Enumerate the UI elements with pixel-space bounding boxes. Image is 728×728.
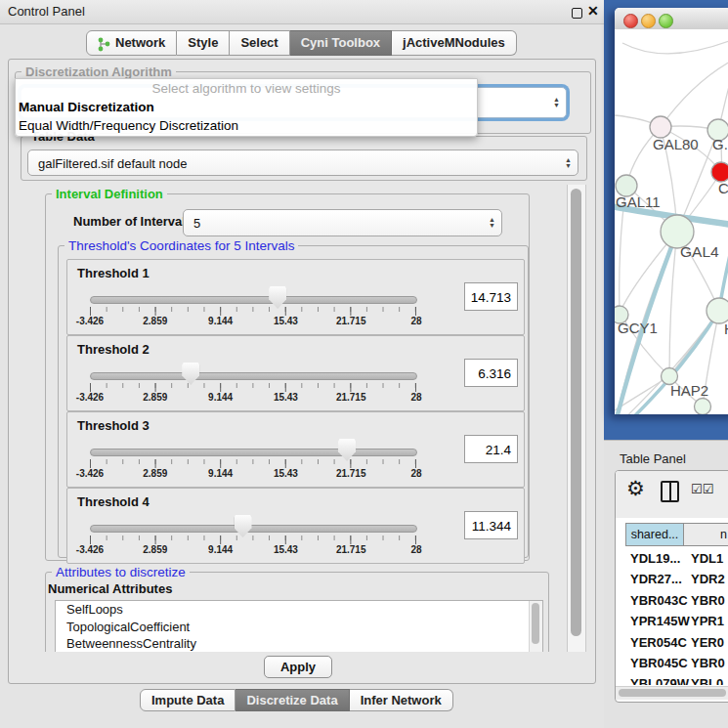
tab-select[interactable]: Select [230, 30, 289, 56]
threshold-1-tick-labels: -3.426 2.859 9.144 15.43 21.715 28 [90, 316, 416, 328]
zoom-traffic-light-icon[interactable] [659, 14, 673, 28]
table-row[interactable]: YDR27...YDR2 [625, 569, 728, 589]
panel-title: Control Panel [8, 4, 85, 19]
column-header-shared-name[interactable]: shared... [625, 523, 684, 546]
threshold-1-ticks [90, 307, 416, 316]
cell: YBL0 [691, 673, 723, 685]
tick-label: 21.715 [336, 468, 366, 479]
tab-infer-label: Infer Network [361, 690, 442, 710]
tab-select-label: Select [240, 31, 278, 55]
threshold-1-label: Threshold 1 [77, 266, 150, 280]
horizontal-scrollbar-thumb[interactable] [619, 689, 726, 697]
tab-impute-data[interactable]: Impute Data [140, 689, 236, 711]
table-row[interactable]: YBL079WYBL0 [625, 673, 728, 685]
tick-label: 2.859 [143, 316, 167, 326]
float-window-icon[interactable] [572, 8, 582, 19]
cell: YBR0 [691, 590, 725, 611]
select-columns-icons[interactable]: ☑☑ [691, 482, 713, 496]
tab-discretize-data[interactable]: Discretize Data [236, 689, 349, 711]
threshold-3-value-field[interactable]: 21.4 [464, 435, 518, 463]
table-row[interactable]: YBR045CYBR0 [625, 653, 728, 673]
minimize-traffic-light-icon[interactable] [641, 14, 656, 28]
network-icon [98, 36, 110, 51]
columns-icon[interactable] [661, 481, 679, 502]
table-data-combo[interactable]: galFiltered.sif default node ▲▼ [27, 150, 578, 176]
threshold-coordinates-title: Threshold's Coordinates for 5 Intervals [64, 238, 298, 253]
dropdown-hint-item[interactable]: Select algorithm to view settings [16, 79, 477, 98]
tick-label: 15.43 [274, 468, 298, 479]
tab-impute-label: Impute Data [151, 690, 224, 710]
threshold-4-label: Threshold 4 [77, 494, 150, 509]
combo-arrows-icon: ▲▼ [553, 97, 560, 108]
threshold-1-value-field[interactable]: 14.713 [464, 282, 518, 311]
cyni-content-frame: Discretization Algorithm ▲▼ Select algor… [8, 59, 596, 684]
threshold-2-value-field[interactable]: 6.316 [464, 359, 518, 387]
close-traffic-light-icon[interactable] [623, 14, 638, 28]
tab-cyni-toolbox[interactable]: Cyni Toolbox [290, 30, 392, 56]
bottom-tab-bar: Impute Data Discretize Data Infer Networ… [140, 689, 453, 709]
table-row[interactable]: YBR043CYBR0 [625, 590, 728, 611]
threshold-2-slider-track[interactable] [90, 372, 417, 380]
dropdown-item-equal-width[interactable]: Equal Width/Frequency Discretization [16, 116, 477, 135]
list-item-betweennesscentrality[interactable]: BetweennessCentrality [56, 635, 542, 653]
threshold-3-slider-thumb[interactable] [338, 439, 356, 461]
list-item-topologicalcoefficient[interactable]: TopologicalCoefficient [56, 619, 542, 636]
interval-definition-group: Interval Definition Number of Intervals … [45, 193, 530, 561]
network-window-titlebar[interactable] [615, 8, 728, 30]
threshold-3-label: Threshold 3 [77, 418, 150, 433]
table-row[interactable]: YER054CYER0 [625, 632, 728, 653]
list-item-selfloops[interactable]: SelfLoops [56, 601, 542, 619]
threshold-1-slider-track[interactable] [90, 296, 417, 304]
threshold-4-panel: Threshold 4 -3.426 2.859 9.144 15.43 21.… [66, 488, 525, 564]
table-panel-title: Table Panel [620, 451, 686, 466]
cell: YBR045C [625, 653, 691, 673]
cell: YBR043C [625, 590, 691, 611]
close-icon[interactable]: ✕ [587, 3, 599, 19]
tick-label: 28 [410, 316, 421, 326]
table-body[interactable]: YDL19...YDL1 YDR27...YDR2 YBR043CYBR0 YP… [625, 548, 728, 685]
tick-label: 2.859 [143, 392, 167, 403]
cell: YBL079W [625, 673, 691, 685]
table-row[interactable]: YPR145WYPR1 [625, 611, 728, 631]
tick-label: 9.144 [208, 468, 233, 479]
horizontal-scrollbar[interactable] [616, 686, 728, 700]
node-gal80[interactable] [650, 116, 671, 138]
tick-label: -3.426 [76, 468, 104, 479]
threshold-4-slider-thumb[interactable] [235, 515, 252, 537]
network-canvas[interactable]: GAL80 G. C GAL11 GAL4 GCY1 H HAP2 [615, 29, 728, 414]
threshold-3-slider-track[interactable] [90, 449, 417, 456]
column-header-name[interactable]: n [684, 523, 728, 546]
control-panel-titlebar: Control Panel ✕ [0, 0, 604, 24]
list-scrollbar[interactable] [529, 601, 542, 652]
threshold-3-ticks [90, 459, 416, 468]
threshold-4-value-field[interactable]: 11.344 [464, 511, 518, 539]
node-label-gcy1: GCY1 [618, 320, 658, 336]
vertical-scrollbar[interactable] [567, 185, 586, 652]
tab-infer-network[interactable]: Infer Network [350, 689, 453, 711]
threshold-4-slider-track[interactable] [90, 525, 417, 533]
cell: YPR145W [625, 611, 691, 631]
number-of-intervals-spinner[interactable]: 5 ▲▼ [183, 209, 502, 236]
tick-label: -3.426 [76, 544, 104, 555]
dropdown-item-manual-discretization[interactable]: Manual Discretization [16, 98, 477, 116]
node-red-selected[interactable] [711, 162, 728, 182]
node-bottom[interactable] [695, 399, 711, 415]
tab-style[interactable]: Style [177, 30, 230, 56]
interval-definition-title: Interval Definition [52, 187, 167, 201]
tab-jactivemnodules[interactable]: jActiveMNodules [392, 30, 517, 56]
threshold-2-slider-thumb[interactable] [182, 363, 199, 385]
tab-network[interactable]: Network [86, 30, 177, 56]
gear-icon[interactable]: ⚙ [626, 477, 645, 500]
node-label-gal11: GAL11 [616, 193, 661, 210]
numerical-attributes-list[interactable]: SelfLoops TopologicalCoefficient Between… [55, 600, 543, 653]
algorithm-group-title: Discretization Algorithm [21, 64, 176, 79]
threshold-1-slider-thumb[interactable] [269, 286, 286, 309]
vertical-scrollbar-thumb[interactable] [571, 189, 581, 636]
list-scrollbar-thumb[interactable] [532, 603, 539, 644]
table-row[interactable]: YDL19...YDL1 [625, 548, 728, 569]
apply-button[interactable]: Apply [264, 656, 332, 678]
combo-arrows-icon: ▲▼ [565, 157, 572, 169]
algorithm-dropdown-popup: Select algorithm to view settings Manual… [15, 78, 478, 137]
node-label-gal4: GAL4 [680, 243, 719, 260]
node-label-partial-c: C [718, 180, 728, 196]
